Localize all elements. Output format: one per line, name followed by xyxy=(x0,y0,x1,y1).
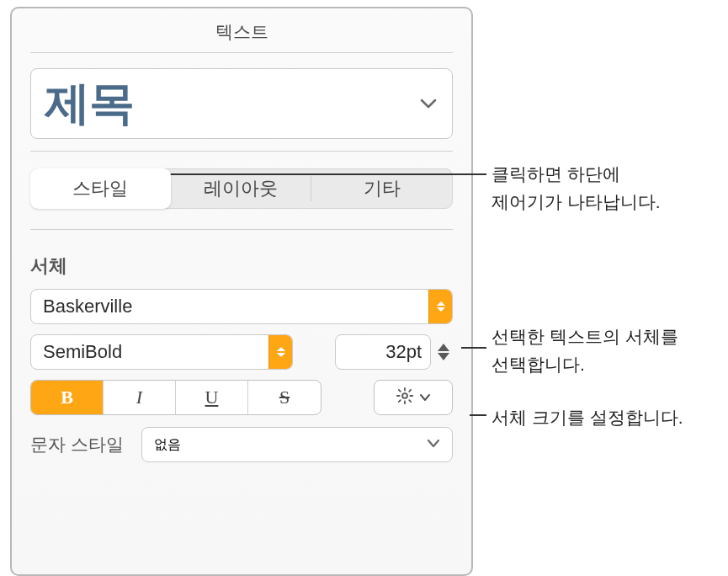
font-size-input[interactable]: 32pt xyxy=(335,334,431,370)
divider xyxy=(30,52,453,53)
character-style-row: 문자 스타일 없음 xyxy=(30,427,453,462)
stepper-buttons xyxy=(434,334,453,370)
character-style-label: 문자 스타일 xyxy=(30,433,130,456)
panel-title: 텍스트 xyxy=(12,8,471,52)
italic-button[interactable]: I xyxy=(104,381,176,414)
font-family-row: Baskerville xyxy=(30,289,453,324)
popup-arrows-icon xyxy=(268,335,292,369)
segmented-control: 스타일 레이아웃 기타 xyxy=(30,168,453,209)
callout-text-font: 선택한 텍스트의 서체를 선택합니다. xyxy=(492,323,678,378)
text-format-row: B I U S xyxy=(30,380,453,415)
font-weight-size-row: SemiBold 32pt xyxy=(30,334,453,370)
tab-layout[interactable]: 레이아웃 xyxy=(171,169,311,208)
chevron-down-icon xyxy=(420,98,437,109)
text-format-group: B I U S xyxy=(30,380,321,415)
text-inspector-panel: 텍스트 제목 스타일 레이아웃 기타 서체 Baskerville SemiBo… xyxy=(10,7,473,576)
divider xyxy=(30,151,453,152)
stepper-down-icon[interactable] xyxy=(438,353,449,360)
paragraph-style-popup[interactable]: 제목 xyxy=(30,68,453,139)
advanced-options-button[interactable] xyxy=(374,380,453,415)
character-style-value: 없음 xyxy=(154,436,181,454)
font-weight-value: SemiBold xyxy=(43,341,122,363)
tabs: 스타일 레이아웃 기타 xyxy=(30,168,453,209)
character-style-popup[interactable]: 없음 xyxy=(141,427,453,462)
divider xyxy=(30,229,453,230)
popup-arrows-icon xyxy=(428,290,452,323)
callout-text-size: 서체 크기를 설정합니다. xyxy=(492,404,683,432)
svg-point-0 xyxy=(402,393,407,398)
paragraph-style-label: 제목 xyxy=(45,73,134,135)
strikethrough-button[interactable]: S xyxy=(248,381,321,414)
callout-text-tabs: 클릭하면 하단에 제어기가 나타납니다. xyxy=(492,161,661,216)
font-section-label: 서체 xyxy=(30,253,453,279)
chevron-down-icon xyxy=(427,437,440,452)
tab-more[interactable]: 기타 xyxy=(311,169,452,208)
font-weight-popup[interactable]: SemiBold xyxy=(30,334,293,370)
font-size-stepper: 32pt xyxy=(335,334,453,370)
stepper-up-icon[interactable] xyxy=(438,344,449,351)
chevron-down-icon xyxy=(419,390,431,405)
underline-button[interactable]: U xyxy=(176,381,248,414)
font-family-popup[interactable]: Baskerville xyxy=(30,289,453,324)
font-family-value: Baskerville xyxy=(43,296,132,317)
tab-style[interactable]: 스타일 xyxy=(30,168,171,209)
bold-button[interactable]: B xyxy=(31,381,104,414)
gear-icon xyxy=(396,387,414,408)
